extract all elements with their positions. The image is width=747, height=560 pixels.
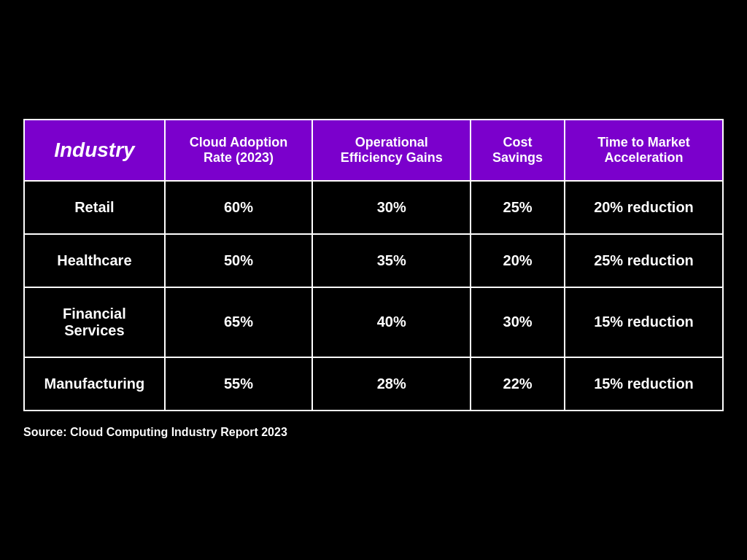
cell-industry: Manufacturing [24,357,165,411]
cell-cost-savings: 22% [471,357,565,411]
cell-cost-savings: 20% [471,234,565,287]
table-row: Manufacturing55%28%22%15% reduction [24,357,723,411]
table-header-row: Industry Cloud Adoption Rate (2023) Oper… [24,120,723,181]
cell-industry: Financial Services [24,287,165,357]
cell-operational-efficiency: 30% [312,181,471,234]
header-operational-efficiency: Operational Efficiency Gains [312,120,471,181]
header-cloud-adoption: Cloud Adoption Rate (2023) [165,120,312,181]
cell-time-to-market: 15% reduction [565,287,723,357]
cell-operational-efficiency: 28% [312,357,471,411]
cell-time-to-market: 25% reduction [565,234,723,287]
cell-cloud-adoption: 60% [165,181,312,234]
cell-industry: Retail [24,181,165,234]
cell-cost-savings: 30% [471,287,565,357]
header-industry: Industry [24,120,165,181]
main-container: Industry Cloud Adoption Rate (2023) Oper… [23,119,724,442]
data-table: Industry Cloud Adoption Rate (2023) Oper… [23,119,724,411]
cell-operational-efficiency: 40% [312,287,471,357]
cell-time-to-market: 15% reduction [565,357,723,411]
cell-cloud-adoption: 50% [165,234,312,287]
cell-time-to-market: 20% reduction [565,181,723,234]
table-row: Financial Services65%40%30%15% reduction [24,287,723,357]
cell-industry: Healthcare [24,234,165,287]
table-row: Retail60%30%25%20% reduction [24,181,723,234]
cell-cloud-adoption: 55% [165,357,312,411]
table-row: Healthcare50%35%20%25% reduction [24,234,723,287]
header-time-to-market: Time to Market Acceleration [565,120,723,181]
cell-cloud-adoption: 65% [165,287,312,357]
cell-cost-savings: 25% [471,181,565,234]
source-citation: Source: Cloud Computing Industry Report … [23,423,724,442]
cell-operational-efficiency: 35% [312,234,471,287]
header-cost-savings: Cost Savings [471,120,565,181]
